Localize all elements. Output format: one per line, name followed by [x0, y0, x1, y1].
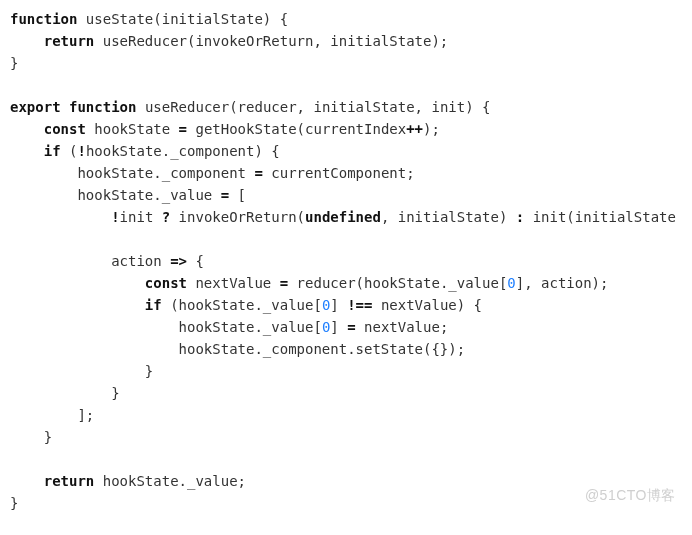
code-block: function useState(initialState) { return…	[10, 8, 682, 514]
code-content: function useState(initialState) { return…	[10, 11, 676, 511]
